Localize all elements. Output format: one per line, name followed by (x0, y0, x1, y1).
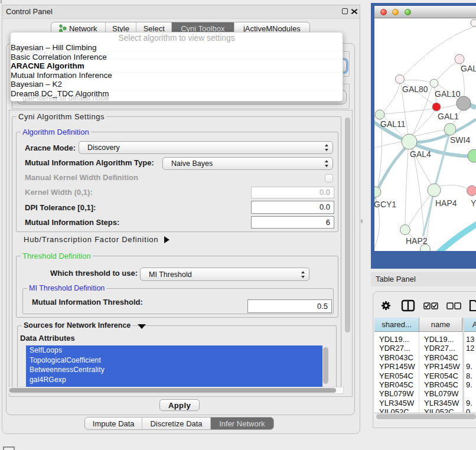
svg-text:GCY1: GCY1 (374, 200, 396, 209)
svg-text:GAL1: GAL1 (438, 112, 459, 121)
svg-text:HAP4: HAP4 (435, 198, 457, 208)
svg-text:SWI4: SWI4 (450, 135, 470, 145)
svg-text:HAP2: HAP2 (406, 236, 428, 246)
svg-text:GAL11: GAL11 (380, 119, 406, 129)
svg-text:GAL80: GAL80 (402, 84, 428, 94)
svg-text:GAL8: GAL8 (461, 64, 476, 73)
svg-text:GAL10: GAL10 (435, 89, 461, 99)
svg-text:Y: Y (471, 198, 476, 208)
svg-text:GAL4: GAL4 (410, 149, 431, 159)
